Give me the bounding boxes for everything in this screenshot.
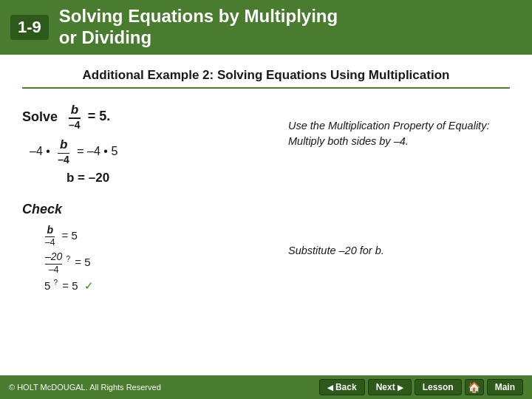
step1-rhs: = –4 • 5 — [77, 145, 117, 157]
home-button[interactable]: 🏠 — [465, 379, 484, 395]
solve-section: Solve b –4 = 5. –4 • b –4 — [22, 103, 510, 296]
step2-result: b = –20 — [66, 171, 109, 185]
check-line2: –20 –4 ? = 5 — [44, 251, 266, 275]
solve-explanation: Use the Multiplication Property of Equal… — [288, 103, 510, 151]
check-line2-question: ? — [66, 255, 71, 263]
check-line3-eq: = 5 — [62, 279, 78, 292]
check-frac1-denom: –4 — [45, 238, 55, 248]
check-label: Check — [22, 202, 266, 217]
solve-fraction-display: b –4 — [69, 103, 81, 132]
next-button[interactable]: Next ▶ — [368, 379, 412, 395]
check-frac2-denom: –4 — [49, 265, 58, 275]
example-title: Additional Example 2: Solving Equations … — [22, 68, 510, 89]
footer-buttons: ◀ Back Next ▶ Lesson 🏠 Main — [319, 379, 523, 395]
step2-line: b = –20 — [66, 171, 266, 185]
check-line3-left: 5 — [44, 279, 50, 292]
lesson-label: Lesson — [423, 382, 454, 392]
check-frac1-b: b — [47, 225, 53, 236]
step1-line: –4 • b –4 = –4 • 5 — [30, 138, 266, 166]
next-arrow-icon: ▶ — [398, 383, 403, 392]
fraction-numerator-b: b — [71, 103, 78, 117]
step1-fraction: b –4 — [56, 145, 74, 157]
solve-equals: = 5. — [88, 109, 111, 123]
footer-copyright: © HOLT McDOUGAL. All Rights Reserved — [9, 383, 161, 392]
fraction-denominator: –4 — [69, 120, 81, 131]
next-label: Next — [376, 382, 395, 392]
step1-fraction-display: b –4 — [58, 138, 69, 166]
main-content: Additional Example 2: Solving Equations … — [0, 55, 532, 296]
solve-label: Solve — [22, 109, 58, 123]
check-line1: b –4 = 5 — [44, 225, 266, 248]
back-arrow-icon: ◀ — [327, 383, 333, 392]
header-title-line2: or Dividing — [59, 27, 151, 47]
header-title: Solving Equations by Multiplying or Divi… — [59, 6, 338, 49]
back-button[interactable]: ◀ Back — [319, 379, 365, 395]
check-frac1: b –4 — [45, 225, 55, 248]
check-line3-question: ? — [54, 279, 58, 287]
back-label: Back — [335, 382, 357, 392]
check-line1-eq: = 5 — [62, 229, 78, 242]
header: 1-9 Solving Equations by Multiplying or … — [0, 0, 532, 55]
solve-fraction: b –4 — [67, 109, 86, 123]
check-explanation: Substitute –20 for b. — [288, 239, 510, 259]
checkmark-icon: ✓ — [84, 279, 94, 292]
main-label: Main — [495, 382, 515, 392]
step1-frac-b: b — [60, 138, 67, 152]
right-explanations: Use the Multiplication Property of Equal… — [288, 103, 510, 259]
step1-prefix: –4 • — [30, 145, 50, 157]
lesson-button[interactable]: Lesson — [415, 379, 462, 395]
check-section: Check b –4 = 5 –20 — [22, 202, 266, 293]
check-line3: 5 ? = 5 ✓ — [44, 279, 266, 293]
footer: © HOLT McDOUGAL. All Rights Reserved ◀ B… — [0, 375, 532, 399]
check-frac2-num: –20 — [45, 251, 62, 262]
lesson-badge: 1-9 — [10, 15, 49, 40]
step1-frac-denom: –4 — [58, 154, 69, 166]
home-icon: 🏠 — [468, 381, 480, 393]
check-frac2: –20 –4 — [45, 251, 62, 275]
main-button[interactable]: Main — [487, 379, 523, 395]
solve-left: Solve b –4 = 5. –4 • b –4 — [22, 103, 266, 296]
header-title-line1: Solving Equations by Multiplying — [59, 6, 338, 26]
solve-label-line: Solve b –4 = 5. — [22, 103, 266, 132]
check-line2-eq: = 5 — [75, 256, 90, 268]
check-lines: b –4 = 5 –20 –4 ? = — [44, 225, 266, 293]
